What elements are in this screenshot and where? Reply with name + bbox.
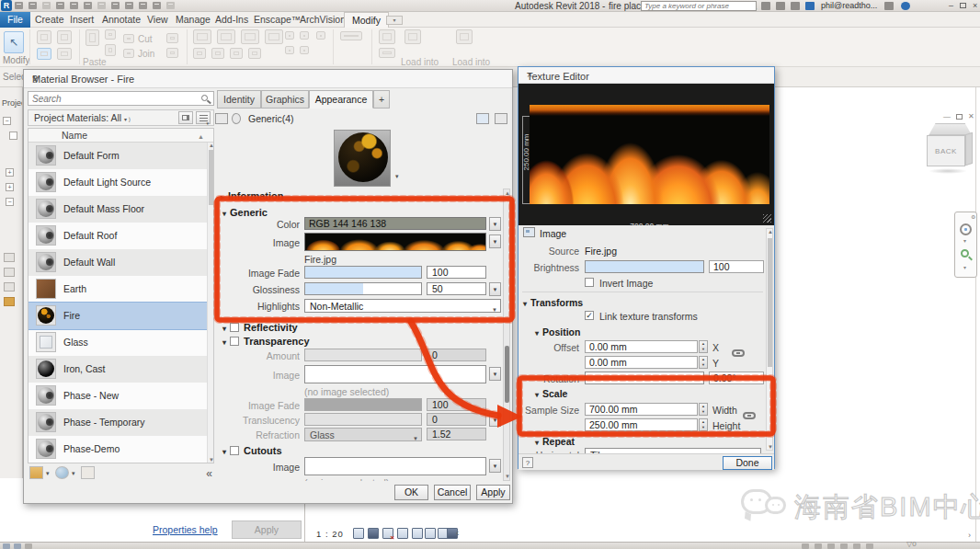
apply-button[interactable]: Apply [476, 485, 510, 500]
scale-link-icon[interactable] [743, 412, 756, 419]
source-value[interactable]: Fire.jpg [585, 246, 617, 257]
tab-add[interactable]: + [373, 90, 390, 109]
array-icon[interactable] [230, 48, 243, 59]
measure-between-icon[interactable] [340, 31, 362, 40]
select-links-icon[interactable] [840, 543, 848, 549]
ribbon-display-toggle[interactable]: ▾ [386, 16, 403, 25]
texture-preview-area[interactable]: 250.00 mm 700.00 mm [518, 84, 774, 225]
subscription-icon[interactable] [776, 2, 785, 10]
zoom-icon[interactable] [961, 249, 969, 257]
swap-asset-icon[interactable] [476, 113, 489, 124]
detail-level-icon[interactable] [353, 528, 364, 539]
transparency-image-field[interactable] [304, 365, 486, 383]
reflectivity-section-header[interactable]: ▾Reflectivity [222, 322, 298, 333]
close-button[interactable]: × [973, 1, 977, 10]
preview-resize-grip[interactable] [763, 214, 771, 223]
texture-editor-titlebar[interactable]: Texture Editor × [518, 67, 774, 84]
thumbnail-view-icon[interactable] [178, 111, 193, 124]
material-preview[interactable] [334, 130, 391, 187]
sheets-node-icon[interactable] [4, 268, 15, 277]
select-box-icon[interactable] [37, 48, 51, 60]
move-icon[interactable] [193, 29, 211, 44]
viewcube-side-face[interactable] [965, 132, 973, 166]
3d-view-icon[interactable] [139, 2, 147, 9]
crop-view-icon[interactable] [425, 528, 436, 539]
material-row-fire-selected[interactable]: Fire [28, 303, 209, 329]
ok-button[interactable]: OK [394, 485, 428, 500]
material-row-default-light-source[interactable]: Default Light Source [28, 169, 209, 196]
modify-tool-button[interactable]: ↖ [4, 31, 24, 53]
link-transforms-checkbox[interactable]: ✓ [585, 311, 594, 320]
design-options-icon[interactable] [14, 543, 21, 549]
glossiness-options-chevron-icon[interactable]: ▼ [489, 282, 501, 296]
cutouts-checkbox[interactable] [230, 446, 239, 455]
view-close-icon[interactable]: ✕ [968, 112, 974, 120]
material-list-header[interactable]: Name ▲ [28, 129, 213, 143]
tab-file[interactable]: File [0, 12, 30, 28]
offset-x-input[interactable] [585, 340, 698, 353]
mirror-icon[interactable] [241, 29, 259, 44]
account-avatar-icon[interactable] [805, 2, 815, 10]
infocenter-search-input[interactable] [641, 1, 757, 11]
material-search-input[interactable] [28, 91, 214, 106]
print-icon[interactable] [84, 2, 92, 9]
repeat-section-header[interactable]: ▾Repeat [535, 436, 575, 447]
material-filter-dropdown[interactable]: Project Materials: All ▾ ⟩ ▾ [28, 109, 214, 126]
color-options-chevron-icon[interactable]: ▼ [489, 217, 501, 231]
viewcube-front-face[interactable]: BACK [927, 135, 965, 166]
selection-filter-count[interactable]: ▽0 [906, 540, 917, 548]
properties-icon[interactable] [37, 30, 51, 44]
glossiness-value[interactable]: 50 [427, 282, 486, 295]
aligned-dimension-icon[interactable] [111, 2, 120, 9]
render-icon[interactable] [412, 528, 423, 539]
visual-style-icon[interactable] [368, 528, 379, 539]
viewcube-top-face[interactable] [924, 123, 972, 135]
sun-path-icon[interactable] [382, 528, 393, 539]
cutouts-image-chevron-icon[interactable]: ▼ [489, 459, 501, 473]
viewcube[interactable]: BACK [921, 123, 974, 180]
transparency-image-chevron-icon[interactable]: ▼ [489, 367, 501, 381]
collapse-pane-icon[interactable]: « [206, 467, 212, 480]
views-node-icon[interactable] [4, 253, 15, 262]
cope-icon[interactable] [166, 33, 178, 43]
material-browser-titlebar[interactable]: Material Browser - Fire ? × [24, 70, 512, 88]
highlights-dropdown[interactable]: Non-Metallic▼ [304, 299, 501, 313]
image-fade-value[interactable]: 100 [427, 266, 486, 279]
load-into-project-icon[interactable] [405, 29, 421, 44]
tree-expand-icon[interactable]: + [6, 183, 14, 191]
split-icon[interactable] [166, 48, 178, 58]
material-list-scrollbar[interactable]: ▲▼ [207, 143, 213, 463]
chevron-down-icon[interactable]: ▾ [72, 470, 75, 477]
image-thumbnail[interactable] [304, 233, 486, 251]
material-row-default-wall[interactable]: Default Wall [28, 249, 209, 276]
sample-height-spinner[interactable]: ▲▼ [699, 418, 708, 431]
hscroll-right-arrow[interactable]: › [968, 531, 971, 540]
cutouts-section-header[interactable]: ▾Cutouts [222, 445, 282, 456]
rotation-slider[interactable] [585, 372, 704, 384]
material-row-glass[interactable]: Glass [28, 329, 209, 356]
image-fade-slider[interactable] [304, 266, 422, 279]
rotate-icon[interactable] [217, 29, 235, 44]
scale-section-header[interactable]: ▾Scale [535, 388, 567, 399]
image-options-chevron-icon[interactable]: ▼ [489, 234, 501, 248]
cancel-button[interactable]: Cancel [434, 485, 471, 500]
rotation-value[interactable]: 0.00° [709, 372, 764, 384]
viewbar-expand-icon[interactable]: ‹ [456, 528, 459, 538]
texture-help-button[interactable]: ? [522, 457, 533, 468]
press-drag-icon[interactable] [827, 543, 835, 549]
properties-apply-button[interactable]: Apply [232, 520, 302, 539]
join-geometry-icon[interactable] [123, 49, 134, 58]
transforms-section-header[interactable]: ▾Transforms [523, 297, 583, 308]
tab-appearance[interactable]: Appearance [309, 90, 373, 109]
delete-icon[interactable] [105, 29, 116, 40]
preview-options-chevron-icon[interactable]: ▾ [395, 173, 399, 180]
wheel-chevron-icon[interactable]: ▾ [963, 237, 966, 244]
shadows-icon[interactable] [397, 528, 408, 539]
families-node-icon[interactable] [4, 282, 15, 292]
tab-modify[interactable]: Modify [344, 12, 389, 28]
view-scale[interactable]: 1 : 20 [316, 529, 344, 539]
save-icon[interactable] [28, 2, 37, 9]
thin-lines-icon[interactable] [166, 2, 175, 9]
worksets-icon[interactable] [3, 543, 10, 549]
cutouts-image-field[interactable] [304, 457, 486, 475]
